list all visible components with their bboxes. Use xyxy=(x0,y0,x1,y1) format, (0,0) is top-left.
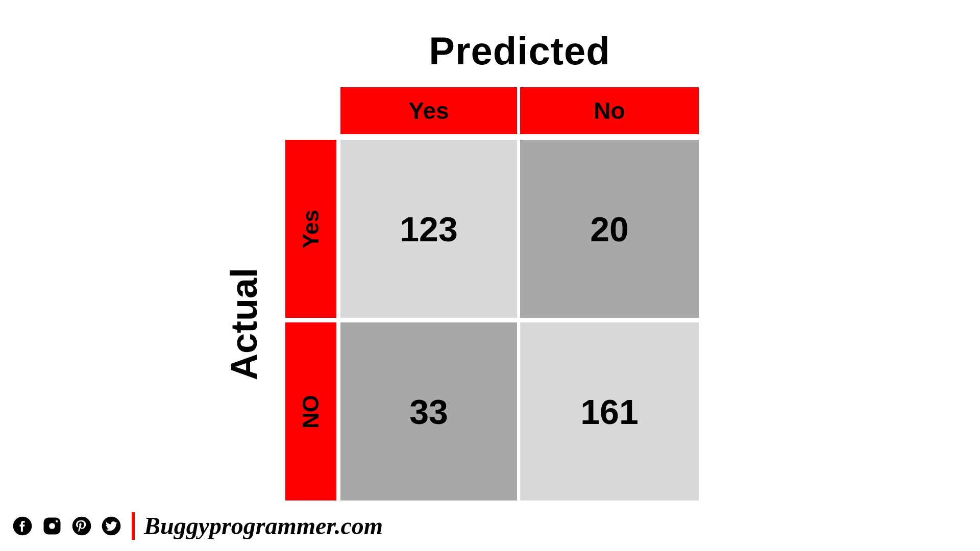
brand-text: Buggyprogrammer.com xyxy=(144,512,383,540)
predicted-axis-title: Predicted xyxy=(340,29,699,73)
facebook-icon xyxy=(11,515,34,537)
pinterest-icon xyxy=(70,515,93,537)
svg-point-3 xyxy=(72,516,91,535)
cell-actual-no-pred-yes: 33 xyxy=(340,322,517,500)
svg-point-1 xyxy=(49,523,55,529)
row-header-yes: Yes xyxy=(285,140,336,318)
twitter-icon xyxy=(100,515,122,537)
cell-actual-no-pred-no: 161 xyxy=(520,322,699,500)
row-header-no: NO xyxy=(285,322,336,500)
row-header-yes-label: Yes xyxy=(298,210,324,248)
cell-actual-yes-pred-yes: 123 xyxy=(340,140,517,318)
col-header-no: No xyxy=(520,87,699,134)
row-header-no-label: NO xyxy=(298,395,324,429)
cell-actual-yes-pred-no: 20 xyxy=(520,140,699,318)
actual-axis-title: Actual xyxy=(223,268,265,380)
instagram-icon xyxy=(41,515,63,537)
svg-point-2 xyxy=(56,520,58,522)
footer: Buggyprogrammer.com xyxy=(11,512,383,540)
confusion-matrix: Predicted Yes No Actual Yes NO 123 20 33… xyxy=(0,0,980,551)
col-header-yes: Yes xyxy=(340,87,517,134)
footer-divider xyxy=(132,512,135,540)
